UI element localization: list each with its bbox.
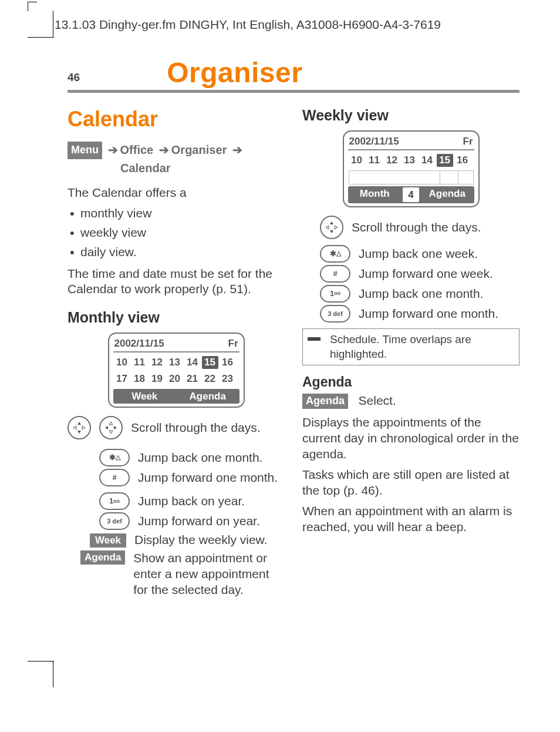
legend-star: Jump back one week.	[359, 246, 519, 262]
body-text: Tasks which are still open are listed at…	[302, 467, 519, 499]
phone-timeslot	[349, 170, 474, 184]
star-key-icon: ✱△	[99, 449, 130, 466]
phone-dow: Fr	[228, 337, 238, 350]
softkey-month: Month	[348, 186, 402, 204]
monthly-view-heading: Monthly view	[68, 308, 285, 327]
legend-three: Jump forward on year.	[138, 513, 285, 529]
softkey-agenda: Agenda	[176, 389, 239, 404]
phone-date: 2002/11/15	[349, 135, 399, 148]
view-list: monthly view weekly view daily view.	[68, 206, 285, 260]
legend-three: Jump forward one month.	[359, 306, 519, 322]
body-text: When an appointment with an alarm is rea…	[302, 503, 519, 535]
nav-icon	[320, 216, 343, 239]
chapter-title: Organiser	[167, 56, 302, 89]
list-item: monthly view	[68, 206, 285, 221]
phone-softkeys: Week Agenda	[113, 389, 239, 404]
note-text: The time and date must be set for the Ca…	[68, 266, 285, 298]
three-key-icon: 3 def	[320, 305, 350, 323]
crop-mark	[53, 661, 53, 687]
phone-days-row: 10111213141516	[114, 356, 239, 369]
agenda-heading: Agenda	[302, 374, 519, 391]
week-softkey-icon: Week	[90, 533, 126, 548]
three-key-icon: 3 def	[99, 512, 130, 530]
phone-display-monthly: 2002/11/15Fr 10111213141516 171819202122…	[108, 333, 245, 408]
breadcrumb: Menu ➔Office ➔Organiser ➔ Calendar	[68, 141, 285, 177]
page-number: 46	[68, 71, 80, 89]
svg-marker-6	[105, 426, 108, 429]
softkey-week: Week	[113, 389, 177, 404]
weekly-view-heading: Weekly view	[302, 106, 519, 125]
crop-mark	[28, 37, 54, 38]
legend-one: Jump back one month.	[359, 286, 519, 302]
svg-marker-7	[114, 426, 117, 429]
svg-marker-9	[330, 230, 333, 233]
note-text: Schedule. Time overlaps are highlighted.	[330, 333, 514, 361]
legend-week: Display the weekly view.	[134, 532, 285, 548]
crop-mark	[28, 2, 37, 11]
agenda-softkey-icon: Agenda	[80, 550, 125, 565]
phone-days-row: 10111213141516	[349, 154, 474, 167]
one-key-icon: 1oo	[99, 492, 130, 510]
schedule-note-box: Schedule. Time overlaps are highlighted.	[302, 328, 519, 365]
section-calendar: Calendar	[68, 106, 285, 133]
legend-one: Jump back on year.	[138, 493, 285, 509]
hash-key-icon: #	[320, 265, 350, 283]
list-item: daily view.	[68, 244, 285, 260]
legend-agenda: Show an appointment or enter a new appoi…	[133, 550, 285, 598]
svg-marker-1	[77, 431, 81, 434]
nav-icon	[68, 416, 91, 439]
phone-dow: Fr	[463, 135, 473, 148]
phone-display-weekly: 2002/11/15Fr 10111213141516 Month 4 Agen…	[343, 130, 480, 207]
legend-star: Jump back one month.	[138, 450, 285, 466]
legend-scroll: Scroll through the days.	[131, 420, 285, 436]
nav-icon	[99, 416, 123, 439]
svg-marker-3	[82, 426, 85, 429]
body-text: Displays the appointments of the current…	[302, 415, 519, 462]
intro-text: The Calendar offers a	[68, 185, 285, 201]
crumb-calendar: Calendar	[120, 162, 171, 174]
svg-marker-5	[109, 431, 113, 434]
star-key-icon: ✱△	[320, 245, 350, 263]
softkey-agenda: Agenda	[420, 186, 474, 204]
agenda-select: Select.	[359, 394, 396, 407]
running-header: 13.1.03 Dinghy-ger.fm DINGHY, Int Englis…	[55, 18, 441, 32]
hash-key-icon: #	[99, 469, 130, 486]
agenda-pill: Agenda	[302, 394, 348, 409]
svg-marker-8	[330, 221, 333, 224]
legend-hash: Jump forward one week.	[359, 266, 519, 282]
menu-pill: Menu	[68, 142, 102, 159]
svg-marker-2	[73, 426, 76, 429]
svg-marker-4	[109, 422, 113, 425]
crop-mark	[53, 11, 53, 38]
crop-mark	[28, 661, 54, 662]
header-rule	[68, 90, 519, 93]
phone-softkeys: Month 4 Agenda	[348, 186, 474, 204]
one-key-icon: 1oo	[320, 285, 350, 303]
legend-hash: Jump forward one month.	[138, 470, 285, 486]
overlap-bar-icon	[308, 337, 321, 341]
phone-days-row: 17181920212223	[114, 372, 239, 385]
legend-scroll: Scroll through the days.	[352, 220, 519, 236]
svg-marker-11	[335, 226, 338, 229]
svg-marker-0	[77, 422, 81, 425]
crumb-organiser: Organiser	[171, 143, 227, 156]
softkey-mid: 4	[403, 187, 419, 203]
phone-date: 2002/11/15	[114, 337, 164, 350]
svg-marker-10	[326, 226, 329, 229]
list-item: weekly view	[68, 225, 285, 241]
crumb-office: Office	[120, 143, 154, 156]
